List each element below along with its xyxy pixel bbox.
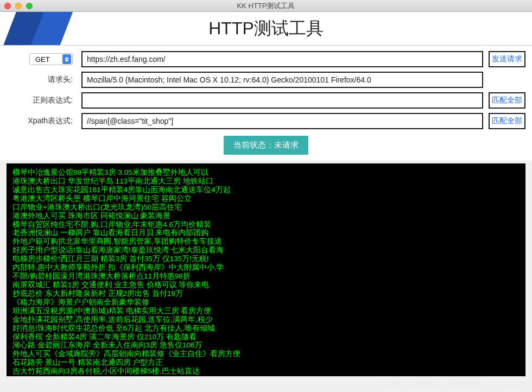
- console-line: 石花路旁 景山一号 精装南北通四房 户型方正: [12, 358, 520, 367]
- console-line: 湖心路 金碧丽江东海岸 全新未入住南向3房 急售仅106万: [12, 341, 520, 350]
- console-line: 港澳外地人可买 珠海市区 同裕悦澜山 豪装海景: [12, 212, 520, 220]
- xpath-input[interactable]: [81, 113, 483, 129]
- console-line: 抄底总价 东大新村隆泉新村 正规2房出售 首付19万: [12, 289, 520, 298]
- headers-row: 请求头:: [7, 72, 525, 88]
- regex-input[interactable]: [81, 92, 483, 109]
- console-line: 金地扑满花园别墅,高使用率,送前后花园,送车位,满两年,税少: [12, 315, 520, 324]
- console-line: 不限/购碧桂园濠月湾港珠澳大桥落桥点11月特惠98折: [12, 272, 520, 281]
- close-window-button[interactable]: [4, 3, 11, 9]
- watermark-text: https://blog.csdn.net/weixin_41133061: [381, 378, 525, 388]
- status-value: 未请求: [274, 140, 299, 149]
- send-request-button[interactable]: 发送请求: [489, 51, 525, 67]
- url-input[interactable]: [81, 51, 483, 67]
- console-line: 老香洲悦澜山 一梯两户 靠山看海看日月贝 来电有内部团购: [12, 229, 520, 237]
- console-line: 坦洲满五没税房源(中澳新城)精装 电梯实用大三房 看房方便: [12, 307, 520, 315]
- http-method-value: GET: [35, 55, 50, 64]
- status-badge: 当前状态：未请求: [224, 136, 308, 155]
- traffic-lights: [4, 3, 33, 9]
- title-bar: KK HTTP测试工具: [0, 0, 532, 12]
- chevron-updown-icon: [62, 54, 71, 64]
- banner-ribbon-graphic: [1, 12, 78, 46]
- console-line: 内部特.惠中大教师享额外折.扣《保利西海岸》中大附属中小.学: [12, 263, 520, 272]
- headers-input[interactable]: [81, 72, 483, 88]
- output-console[interactable]: 横琴中冶逸景公馆98平精装3房·3.05米加推叠墅外地人可以港珠澳大桥出口 华发…: [7, 163, 525, 376]
- console-line: 保利香槟 全新精装4房 满二年海景房 仅210万 有匙随看: [12, 333, 520, 342]
- regex-row: 正则表达式: 匹配全部: [7, 92, 525, 109]
- xpath-label: Xpath表达式:: [28, 116, 73, 126]
- console-line: 电梯房步梯价!西江月三期 精装3房 首付35万 仅135万!无税!: [12, 255, 520, 263]
- console-line: 外地人可买《金域廊院旁》高层朝南向精装修《业主自住》看房方便: [12, 350, 520, 358]
- xpath-match-button[interactable]: 匹配全部: [489, 113, 525, 129]
- app-banner: HTTP测试工具: [0, 12, 532, 46]
- console-line: 吉大竹苑西南向3房各付税,小区中间楼梯5楼,巴士站直达: [12, 367, 520, 376]
- xpath-row: Xpath表达式: 匹配全部: [7, 113, 525, 129]
- app-title: HTTP测试工具: [208, 17, 324, 41]
- console-line: 港澳可购 横琴口岸轻轨站旁 龙光玖龙玺 珍藏豪宅 带豪华装修: [12, 376, 520, 376]
- window-title: KK HTTP测试工具: [237, 1, 295, 11]
- console-line: 港珠澳大桥出口 华发世纪半岛 113平南北通大三房 地铁站口: [12, 177, 520, 186]
- console-line: 好消息!珠海时代双生花总价低 至6万起 北方有佳人,唯有倾城: [12, 324, 520, 333]
- headers-label: 请求头:: [48, 75, 73, 85]
- console-line: 《格力海岸》海景户户朝南全新豪华装修: [12, 298, 520, 307]
- status-prefix: 当前状态：: [233, 140, 274, 149]
- maximize-window-button[interactable]: [26, 3, 33, 9]
- url-row: GET 发送请求: [7, 51, 525, 67]
- console-line: 外地户籍可购拱北富华里商圈,智能房管家,享团购特价专车接送: [12, 237, 520, 246]
- console-line: 横琴中冶逸景公馆98平精装3房·3.05米加推叠墅外地人可以: [12, 168, 520, 177]
- request-form: GET 发送请求 请求头: 正则表达式: 匹配全部 Xpath表达式:: [0, 46, 532, 160]
- regex-match-button[interactable]: 匹配全部: [489, 92, 525, 109]
- status-row: 当前状态：未请求: [7, 134, 525, 157]
- regex-label: 正则表达式:: [33, 96, 73, 105]
- console-line: 口岸物业+港珠澳大桥出口(龙光玖龙湾)50层高住宅: [12, 203, 520, 212]
- console-line: 南屏双城汇 精装1房 交通便利 业主急售 价格可议 等你来电: [12, 281, 520, 289]
- minimize-window-button[interactable]: [15, 3, 22, 9]
- console-line: 诚意出售吉大珠宾花园161平精装4房靠山面海南北通送车位4万起: [12, 186, 520, 194]
- console-line: 好房子用户型说话!靠山看海唐家湾!泰盈玖悦湾 七米大阳台看海: [12, 246, 520, 255]
- console-line: 粤港澳大湾区桥头堡 横琴口岸中海河景住宅 容闳公立: [12, 194, 520, 203]
- console-line: 横琴自贸区纯住宅不限.购,口岸物业,年末钜惠4.6万均价精装: [12, 220, 520, 229]
- http-method-select[interactable]: GET: [29, 53, 73, 65]
